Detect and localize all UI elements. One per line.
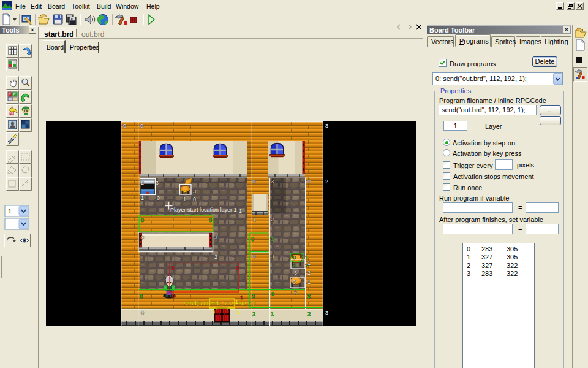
svg-text:0: 0 xyxy=(293,279,296,285)
svg-text:send("out.brd", 112, 192, 1);: send("out.brd", 112, 192, 1); xyxy=(184,300,256,307)
svg-text:3: 3 xyxy=(252,293,255,299)
svg-text:0: 0 xyxy=(140,123,143,129)
svg-text:1: 1 xyxy=(305,255,308,261)
svg-text:2: 2 xyxy=(307,293,311,299)
svg-text:0: 0 xyxy=(293,255,296,261)
svg-text:1: 1 xyxy=(253,217,256,223)
svg-text:1: 1 xyxy=(140,255,143,261)
svg-text:3: 3 xyxy=(193,188,196,194)
svg-text:PRG: PRG xyxy=(9,112,16,115)
svg-text:2: 2 xyxy=(305,263,308,269)
svg-text:1: 1 xyxy=(240,294,243,301)
svg-text:3: 3 xyxy=(214,234,217,240)
svg-text:2: 2 xyxy=(252,311,255,317)
svg-text:2: 2 xyxy=(271,217,274,223)
svg-text:3: 3 xyxy=(294,289,297,296)
svg-text:0: 0 xyxy=(252,178,255,185)
svg-text:0: 0 xyxy=(141,217,144,223)
svg-text:1: 1 xyxy=(271,311,274,317)
svg-text:0: 0 xyxy=(141,234,144,240)
svg-text:2: 2 xyxy=(214,254,217,260)
svg-text:Player start location layer 1: Player start location layer 1 xyxy=(170,207,237,213)
svg-text:2: 2 xyxy=(325,178,328,185)
svg-text:1: 1 xyxy=(183,196,186,202)
svg-text:3: 3 xyxy=(293,263,296,269)
svg-text:2: 2 xyxy=(237,309,240,315)
svg-text:3: 3 xyxy=(156,180,159,186)
svg-text:2: 2 xyxy=(183,188,186,194)
svg-text:3: 3 xyxy=(294,270,297,276)
svg-text:1: 1 xyxy=(141,195,144,201)
svg-text:3: 3 xyxy=(209,217,212,223)
svg-text:1: 1 xyxy=(307,279,311,285)
svg-text:3: 3 xyxy=(271,178,274,185)
svg-text:3: 3 xyxy=(270,236,273,242)
svg-text:0: 0 xyxy=(157,195,160,201)
svg-text:3: 3 xyxy=(325,123,328,129)
svg-text:3: 3 xyxy=(325,310,328,316)
svg-text:0: 0 xyxy=(141,310,144,316)
svg-text:2: 2 xyxy=(141,180,144,186)
svg-text:0: 0 xyxy=(251,236,254,242)
svg-text:2: 2 xyxy=(307,270,311,276)
svg-text:0: 0 xyxy=(193,196,196,202)
svg-text:0: 0 xyxy=(140,293,143,299)
svg-text:3: 3 xyxy=(172,265,175,271)
svg-text:0: 0 xyxy=(172,293,175,299)
svg-text:1: 1 xyxy=(8,207,12,215)
svg-text:3: 3 xyxy=(271,253,274,259)
svg-text:2: 2 xyxy=(236,265,239,271)
svg-text:0: 0 xyxy=(252,253,255,259)
svg-text:0: 0 xyxy=(123,123,126,129)
svg-text:1: 1 xyxy=(239,208,242,214)
svg-text:2: 2 xyxy=(307,311,311,317)
svg-text:3: 3 xyxy=(212,309,215,315)
svg-text:0: 0 xyxy=(307,178,311,185)
svg-text:0: 0 xyxy=(271,291,274,297)
svg-text:1: 1 xyxy=(235,299,238,305)
